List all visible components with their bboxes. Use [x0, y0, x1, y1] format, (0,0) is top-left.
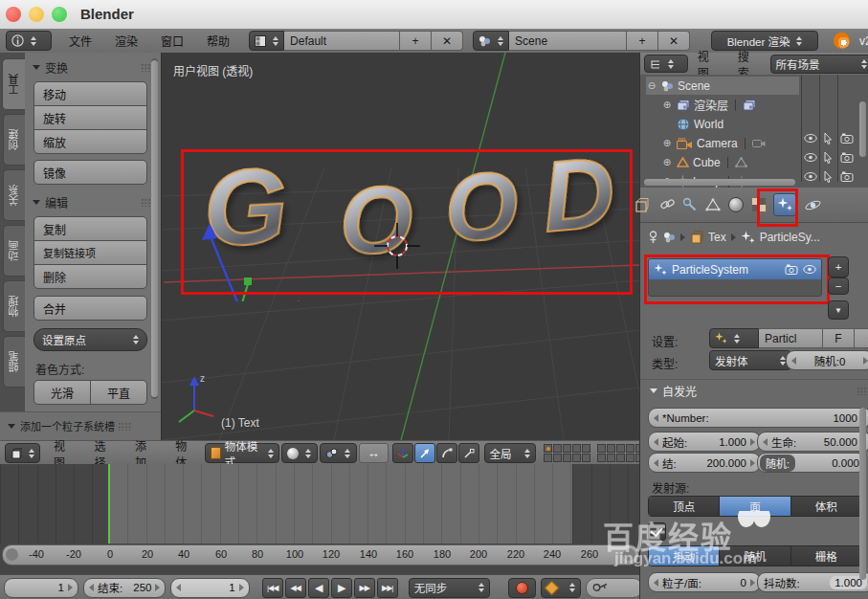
collapse-icon[interactable]: ⊖ — [646, 80, 657, 91]
visibility-toggle[interactable] — [804, 172, 817, 181]
maximize-window-button[interactable] — [52, 7, 67, 22]
play-button[interactable]: ▶ — [331, 578, 352, 598]
tool-shelf-scrollbar[interactable] — [151, 58, 158, 399]
outliner-row-cube[interactable]: ⊕ Cube — [661, 153, 747, 171]
scene-add-button[interactable]: + — [627, 31, 658, 51]
fake-user-button[interactable]: F — [823, 328, 855, 348]
viewport-3d[interactable]: 用户视图 (透视) G O O D — [161, 53, 640, 440]
menu-file[interactable]: 文件 — [57, 33, 103, 49]
end-frame-field[interactable]: 结束: 250 — [83, 578, 167, 598]
layout-name-field[interactable]: Default — [284, 31, 400, 51]
scale-button[interactable]: 缩放 — [33, 129, 147, 154]
selectability-toggle[interactable] — [823, 170, 833, 183]
visibility-toggle[interactable] — [804, 134, 817, 143]
pin-icon[interactable] — [648, 231, 658, 244]
move-button[interactable]: 移动 — [33, 81, 147, 106]
slot-specials-button[interactable]: ▼ — [828, 300, 849, 320]
expand-icon[interactable]: ⊕ — [661, 157, 673, 167]
emission-panel-header[interactable]: 自发光 — [640, 379, 868, 401]
settings-browse-button[interactable] — [709, 328, 759, 348]
transform-panel-header[interactable]: 变换 — [25, 53, 161, 79]
menu-help[interactable]: 帮助 — [195, 33, 241, 49]
tab-object-data[interactable] — [702, 194, 723, 215]
type-dropdown[interactable]: 发射体 — [709, 350, 791, 370]
next-keyframe-button[interactable]: ▶▶ — [354, 578, 375, 598]
tab-constraints[interactable] — [657, 194, 678, 215]
outliner-row-scene[interactable]: ⊖ Scene — [646, 77, 799, 95]
selectability-toggle[interactable] — [823, 132, 833, 144]
editor-type-selector[interactable] — [6, 31, 52, 51]
jump-to-start-button[interactable]: |◀◀ — [262, 578, 283, 598]
breadcrumb-particles-name[interactable]: ParticleSy... — [760, 231, 820, 244]
renderability-toggle[interactable] — [840, 152, 854, 163]
pivot-dropdown[interactable] — [320, 443, 357, 463]
scene-browse-button[interactable] — [473, 31, 509, 51]
tab-physics[interactable]: 物理 — [3, 280, 25, 332]
orientation-dropdown[interactable]: 全局 — [484, 443, 536, 463]
settings-name-field[interactable]: Particl — [759, 328, 823, 348]
selectability-toggle[interactable] — [823, 151, 833, 164]
emit-verts-button[interactable]: 顶点 — [649, 497, 720, 516]
use-modifier-stack-checkbox[interactable] — [648, 522, 666, 541]
lifetime-field[interactable]: 生命: 50.000 — [757, 432, 868, 452]
slot-remove-button[interactable]: − — [828, 277, 849, 295]
outliner-vscrollbar[interactable] — [859, 101, 866, 157]
jitter-amount-field[interactable]: 抖动数: 1.000 — [757, 572, 868, 592]
tab-tools[interactable]: 工具 — [2, 58, 26, 110]
timeline[interactable]: -40 -20 0 20 40 60 80 100 120 140 160 18… — [0, 464, 639, 574]
frame-end-field[interactable]: 结: 200.000 — [648, 453, 761, 473]
tab-object[interactable] — [631, 194, 652, 215]
viewport-editor-selector[interactable] — [5, 443, 40, 463]
expand-icon[interactable]: ⊕ — [661, 100, 673, 110]
keying-set-dropdown[interactable] — [541, 578, 581, 598]
breadcrumb-object-name[interactable]: Tex — [708, 231, 726, 244]
layers-widget-1[interactable] — [544, 444, 590, 462]
distribution-random-button[interactable]: 随机 — [720, 546, 790, 566]
slot-add-button[interactable]: + — [828, 256, 849, 277]
edit-panel-header[interactable]: 编辑 — [25, 185, 161, 214]
timeline-scrollbar[interactable]: -40 -20 0 20 40 60 80 100 120 140 160 18… — [2, 544, 639, 566]
tab-grease-pencil[interactable]: 蜡笔 — [3, 336, 25, 388]
outliner-hscrollbar[interactable] — [644, 179, 795, 186]
number-field[interactable]: *Number: 1000 — [648, 408, 868, 428]
layers-widget-2[interactable] — [597, 444, 644, 462]
object-cube-icon[interactable] — [690, 231, 703, 244]
tab-relations[interactable]: 关系 — [3, 169, 25, 221]
outliner-filter-dropdown[interactable]: 所有场景 — [770, 55, 868, 74]
visibility-toggle[interactable] — [804, 153, 817, 162]
outliner-editor-selector[interactable] — [644, 55, 688, 73]
layout-browse-button[interactable] — [249, 31, 284, 51]
join-button[interactable]: 合并 — [33, 296, 147, 321]
minimize-window-button[interactable] — [29, 7, 44, 22]
play-reverse-button[interactable]: ◀ — [308, 578, 329, 598]
tab-create[interactable]: 创建 — [3, 114, 25, 166]
seed-field[interactable]: 随机:0 — [786, 350, 868, 370]
expand-icon[interactable]: ⊕ — [661, 138, 673, 148]
delete-button[interactable]: 删除 — [33, 264, 147, 289]
previous-keyframe-button[interactable]: ◀◀ — [285, 578, 306, 598]
playhead[interactable] — [108, 464, 110, 544]
layout-add-button[interactable]: + — [400, 31, 432, 51]
manipulator-axes-button[interactable] — [392, 443, 413, 463]
tab-physics[interactable] — [802, 194, 823, 215]
scene-name-field[interactable]: Scene — [509, 31, 627, 51]
outliner-row-camera[interactable]: ⊕ Camera — [661, 134, 766, 152]
distribution-grid-button[interactable]: 栅格 — [791, 546, 861, 566]
outliner-row-renderlayers[interactable]: ⊕ 渲染层 — [661, 96, 756, 114]
scene-delete-button[interactable]: ✕ — [658, 31, 690, 51]
tab-animation[interactable]: 动画 — [3, 225, 25, 277]
layout-delete-button[interactable]: ✕ — [432, 31, 463, 51]
tab-modifiers[interactable] — [679, 194, 701, 215]
sync-dropdown[interactable]: 无同步 — [409, 578, 490, 598]
rotate-manipulator-button[interactable] — [436, 443, 457, 463]
close-window-button[interactable] — [6, 7, 21, 22]
mirror-button[interactable]: 镜像 — [33, 160, 147, 185]
particles-per-face-field[interactable]: 粒子/面: 0 — [648, 572, 761, 592]
menu-window[interactable]: 窗口 — [149, 33, 195, 49]
emit-faces-button[interactable]: 面 — [720, 497, 790, 516]
current-frame-field[interactable]: 1 — [170, 578, 249, 598]
lifetime-random-field[interactable]: 随机: 0.000 — [757, 453, 866, 473]
shading-dropdown[interactable] — [281, 443, 318, 463]
menu-render[interactable]: 渲染 — [103, 33, 149, 49]
shade-flat-button[interactable]: 平直 — [90, 380, 147, 405]
